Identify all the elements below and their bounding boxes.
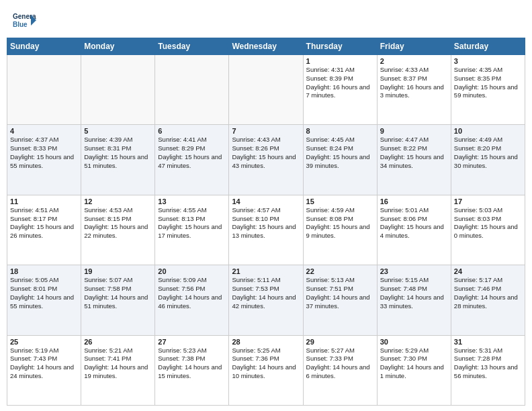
day-info: Sunrise: 4:33 AM Sunset: 8:37 PM Dayligh… — [380, 66, 448, 100]
table-row: 1Sunrise: 4:31 AM Sunset: 8:39 PM Daylig… — [303, 55, 377, 125]
day-info: Sunrise: 5:13 AM Sunset: 7:51 PM Dayligh… — [306, 276, 374, 310]
table-row: 5Sunrise: 4:39 AM Sunset: 8:31 PM Daylig… — [81, 125, 155, 195]
day-number: 19 — [84, 267, 152, 275]
table-row: 15Sunrise: 4:59 AM Sunset: 8:08 PM Dayli… — [303, 195, 377, 265]
svg-text:Blue: Blue — [13, 21, 28, 28]
day-info: Sunrise: 5:25 AM Sunset: 7:36 PM Dayligh… — [232, 347, 300, 381]
day-info: Sunrise: 4:59 AM Sunset: 8:08 PM Dayligh… — [306, 206, 374, 240]
day-number: 14 — [232, 197, 300, 205]
table-row: 16Sunrise: 5:01 AM Sunset: 8:06 PM Dayli… — [377, 195, 451, 265]
day-number: 6 — [158, 127, 226, 135]
day-number: 30 — [380, 338, 448, 346]
day-number: 4 — [10, 127, 78, 135]
day-number: 20 — [158, 267, 226, 275]
table-row — [155, 55, 229, 125]
day-info: Sunrise: 4:51 AM Sunset: 8:17 PM Dayligh… — [10, 206, 78, 240]
day-number: 3 — [454, 57, 522, 65]
day-info: Sunrise: 5:17 AM Sunset: 7:46 PM Dayligh… — [454, 276, 522, 310]
table-row: 20Sunrise: 5:09 AM Sunset: 7:56 PM Dayli… — [155, 265, 229, 335]
table-row: 11Sunrise: 4:51 AM Sunset: 8:17 PM Dayli… — [7, 195, 81, 265]
day-info: Sunrise: 5:11 AM Sunset: 7:53 PM Dayligh… — [232, 276, 300, 310]
table-row: 26Sunrise: 5:21 AM Sunset: 7:41 PM Dayli… — [81, 335, 155, 405]
day-number: 27 — [158, 338, 226, 346]
table-row: 8Sunrise: 4:45 AM Sunset: 8:24 PM Daylig… — [303, 125, 377, 195]
day-number: 10 — [454, 127, 522, 135]
day-info: Sunrise: 5:07 AM Sunset: 7:58 PM Dayligh… — [84, 276, 152, 310]
table-row: 27Sunrise: 5:23 AM Sunset: 7:38 PM Dayli… — [155, 335, 229, 405]
table-row: 7Sunrise: 4:43 AM Sunset: 8:26 PM Daylig… — [229, 125, 303, 195]
table-row: 14Sunrise: 4:57 AM Sunset: 8:10 PM Dayli… — [229, 195, 303, 265]
logo: General Blue — [12, 8, 39, 32]
table-row: 28Sunrise: 5:25 AM Sunset: 7:36 PM Dayli… — [229, 335, 303, 405]
day-number: 7 — [232, 127, 300, 135]
col-sunday: Sunday — [7, 38, 81, 55]
calendar-week-row: 18Sunrise: 5:05 AM Sunset: 8:01 PM Dayli… — [7, 265, 525, 335]
day-number: 13 — [158, 197, 226, 205]
table-row: 4Sunrise: 4:37 AM Sunset: 8:33 PM Daylig… — [7, 125, 81, 195]
table-row: 18Sunrise: 5:05 AM Sunset: 8:01 PM Dayli… — [7, 265, 81, 335]
day-info: Sunrise: 5:23 AM Sunset: 7:38 PM Dayligh… — [158, 347, 226, 381]
day-number: 12 — [84, 197, 152, 205]
day-info: Sunrise: 4:47 AM Sunset: 8:22 PM Dayligh… — [380, 136, 448, 170]
col-friday: Friday — [377, 38, 451, 55]
page: General Blue Sunday Monday Tuesday Wedne… — [0, 0, 532, 411]
col-monday: Monday — [81, 38, 155, 55]
table-row: 19Sunrise: 5:07 AM Sunset: 7:58 PM Dayli… — [81, 265, 155, 335]
day-number: 25 — [10, 338, 78, 346]
day-number: 17 — [454, 197, 522, 205]
day-number: 26 — [84, 338, 152, 346]
day-number: 5 — [84, 127, 152, 135]
calendar-week-row: 4Sunrise: 4:37 AM Sunset: 8:33 PM Daylig… — [7, 125, 525, 195]
table-row: 24Sunrise: 5:17 AM Sunset: 7:46 PM Dayli… — [451, 265, 525, 335]
table-row: 6Sunrise: 4:41 AM Sunset: 8:29 PM Daylig… — [155, 125, 229, 195]
col-saturday: Saturday — [451, 38, 525, 55]
day-info: Sunrise: 4:53 AM Sunset: 8:15 PM Dayligh… — [84, 206, 152, 240]
day-info: Sunrise: 5:03 AM Sunset: 8:03 PM Dayligh… — [454, 206, 522, 240]
day-number: 31 — [454, 338, 522, 346]
day-number: 9 — [380, 127, 448, 135]
calendar-week-row: 11Sunrise: 4:51 AM Sunset: 8:17 PM Dayli… — [7, 195, 525, 265]
table-row: 12Sunrise: 4:53 AM Sunset: 8:15 PM Dayli… — [81, 195, 155, 265]
day-number: 2 — [380, 57, 448, 65]
day-number: 28 — [232, 338, 300, 346]
header: General Blue — [0, 0, 532, 38]
table-row: 10Sunrise: 4:49 AM Sunset: 8:20 PM Dayli… — [451, 125, 525, 195]
table-row: 31Sunrise: 5:31 AM Sunset: 7:28 PM Dayli… — [451, 335, 525, 405]
day-info: Sunrise: 4:43 AM Sunset: 8:26 PM Dayligh… — [232, 136, 300, 170]
day-number: 23 — [380, 267, 448, 275]
day-info: Sunrise: 5:09 AM Sunset: 7:56 PM Dayligh… — [158, 276, 226, 310]
col-thursday: Thursday — [303, 38, 377, 55]
col-wednesday: Wednesday — [229, 38, 303, 55]
day-info: Sunrise: 4:57 AM Sunset: 8:10 PM Dayligh… — [232, 206, 300, 240]
day-number: 29 — [306, 338, 374, 346]
calendar-week-row: 1Sunrise: 4:31 AM Sunset: 8:39 PM Daylig… — [7, 55, 525, 125]
day-number: 15 — [306, 197, 374, 205]
day-info: Sunrise: 4:31 AM Sunset: 8:39 PM Dayligh… — [306, 66, 374, 100]
day-number: 21 — [232, 267, 300, 275]
table-row: 30Sunrise: 5:29 AM Sunset: 7:30 PM Dayli… — [377, 335, 451, 405]
table-row: 2Sunrise: 4:33 AM Sunset: 8:37 PM Daylig… — [377, 55, 451, 125]
calendar-header-row: Sunday Monday Tuesday Wednesday Thursday… — [7, 38, 525, 55]
calendar: Sunday Monday Tuesday Wednesday Thursday… — [0, 38, 532, 411]
table-row: 3Sunrise: 4:35 AM Sunset: 8:35 PM Daylig… — [451, 55, 525, 125]
day-info: Sunrise: 4:55 AM Sunset: 8:13 PM Dayligh… — [158, 206, 226, 240]
day-info: Sunrise: 5:19 AM Sunset: 7:43 PM Dayligh… — [10, 347, 78, 381]
table-row — [7, 55, 81, 125]
day-info: Sunrise: 4:37 AM Sunset: 8:33 PM Dayligh… — [10, 136, 78, 170]
day-info: Sunrise: 5:15 AM Sunset: 7:48 PM Dayligh… — [380, 276, 448, 310]
day-info: Sunrise: 5:29 AM Sunset: 7:30 PM Dayligh… — [380, 347, 448, 381]
day-number: 8 — [306, 127, 374, 135]
day-info: Sunrise: 5:27 AM Sunset: 7:33 PM Dayligh… — [306, 347, 374, 381]
day-info: Sunrise: 4:41 AM Sunset: 8:29 PM Dayligh… — [158, 136, 226, 170]
day-info: Sunrise: 4:45 AM Sunset: 8:24 PM Dayligh… — [306, 136, 374, 170]
table-row: 22Sunrise: 5:13 AM Sunset: 7:51 PM Dayli… — [303, 265, 377, 335]
day-info: Sunrise: 5:05 AM Sunset: 8:01 PM Dayligh… — [10, 276, 78, 310]
day-number: 1 — [306, 57, 374, 65]
day-number: 18 — [10, 267, 78, 275]
calendar-table: Sunday Monday Tuesday Wednesday Thursday… — [7, 38, 525, 406]
day-info: Sunrise: 4:35 AM Sunset: 8:35 PM Dayligh… — [454, 66, 522, 100]
table-row: 17Sunrise: 5:03 AM Sunset: 8:03 PM Dayli… — [451, 195, 525, 265]
table-row: 13Sunrise: 4:55 AM Sunset: 8:13 PM Dayli… — [155, 195, 229, 265]
day-info: Sunrise: 5:01 AM Sunset: 8:06 PM Dayligh… — [380, 206, 448, 240]
col-tuesday: Tuesday — [155, 38, 229, 55]
